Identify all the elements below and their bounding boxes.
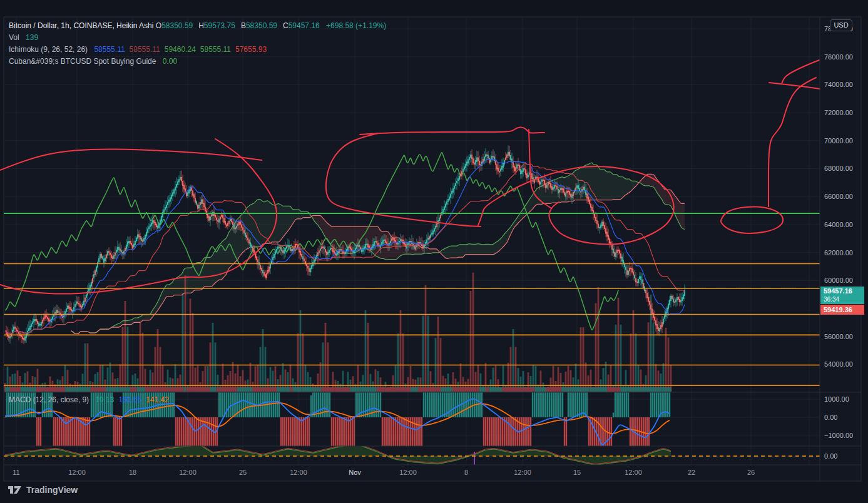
ohlc-value: 59573.75 [204, 21, 235, 30]
currency-toggle-button[interactable]: USD [830, 19, 852, 31]
volume-label: Vol [9, 33, 19, 42]
macd-tick: 1000.00 [824, 395, 849, 403]
price-tick: 60000.00 [824, 277, 853, 284]
ichimoku-value: 57655.93 [235, 45, 267, 54]
time-tick: 12:00 [290, 469, 307, 476]
time-tick: 12:00 [68, 469, 86, 476]
price-tick: 66000.00 [824, 193, 853, 200]
time-tick: 11 [13, 469, 19, 476]
time-tick: 8 [464, 469, 468, 476]
time-tick: 26 [747, 469, 755, 476]
cuban-value: 0.00 [163, 57, 177, 66]
ohlc-value: 59457.16 [288, 21, 320, 30]
ohlc-letter: B [241, 21, 246, 30]
price-tick: 76000.00 [824, 53, 853, 61]
tradingview-logo-text: TradingView [26, 485, 78, 495]
tradingview-logo[interactable]: TradingView [8, 485, 78, 495]
price-tick: 54000.00 [824, 360, 853, 368]
price-tick: 74000.00 [824, 81, 853, 88]
ichimoku-value: 58555.11 [130, 45, 160, 54]
price-tick: 70000.00 [824, 137, 853, 145]
time-tick: Nov [349, 469, 361, 476]
ohlc-letter: C [283, 21, 288, 30]
macd-values: 19.13160.55141.42 [91, 395, 168, 404]
time-tick: 12:00 [514, 469, 531, 476]
symbol-legend-row[interactable]: Bitcoin / Dollar, 1h, COINBASE, Heikin A… [9, 20, 386, 32]
volume-value: 139 [26, 33, 38, 42]
time-tick: 18 [129, 469, 136, 476]
macd-legend-row[interactable]: MACD (12, 26, close, 9) 19.13160.55141.4… [9, 395, 169, 404]
time-tick: 12:00 [179, 469, 197, 476]
guide-tick: 0.00 [824, 452, 837, 460]
secondary-price-badge: 59419.36 [820, 305, 864, 315]
time-tick: 12:00 [625, 469, 642, 476]
macd-tick: −1000.00 [824, 432, 853, 439]
ohlc-letter: O [156, 21, 161, 30]
price-tick: 68000.00 [824, 165, 853, 172]
price-tick: 64000.00 [824, 221, 853, 228]
ohlc-values: O58350.59H59573.75B58350.59C59457.16 [156, 21, 320, 30]
cuban-legend-row[interactable]: Cuban&#039;s BTCUSD Spot Buying Guide 0.… [9, 56, 386, 68]
ichimoku-values: 58555.1158555.1159460.2458555.1157655.93 [89, 45, 267, 54]
bar-countdown: 36:34 [824, 296, 864, 303]
symbol-title: Bitcoin / Dollar, 1h, COINBASE, Heikin A… [9, 21, 153, 30]
published-chart-page: Parisbynight published on TradingView.co… [0, 0, 868, 503]
ohlc-value: 58350.59 [161, 21, 193, 30]
price-tick: 56000.00 [824, 333, 853, 340]
price-tick: 62000.00 [824, 249, 853, 257]
volume-legend-row[interactable]: Vol 139 [9, 32, 386, 44]
ohlc-value: 58350.59 [246, 21, 277, 30]
ichimoku-legend-row[interactable]: Ichimoku (9, 26, 52, 26) 58555.1158555.1… [9, 44, 386, 56]
macd-value: 19.13 [95, 395, 114, 404]
ichimoku-value: 58555.11 [200, 45, 231, 54]
change-value: +698.58 (+1.19%) [326, 21, 386, 30]
cuban-label: Cuban&#039;s BTCUSD Spot Buying Guide [9, 57, 156, 66]
time-tick: 22 [688, 469, 695, 476]
main-legend[interactable]: Bitcoin / Dollar, 1h, COINBASE, Heikin A… [9, 20, 386, 68]
macd-value: 160.55 [118, 395, 141, 404]
tradingview-logo-icon [8, 485, 22, 494]
chart-canvas[interactable] [0, 0, 868, 503]
time-tick: 15 [573, 469, 581, 476]
ichimoku-value: 58555.11 [94, 45, 125, 54]
price-tick: 72000.00 [824, 109, 853, 116]
current-price-badge: 59457.16 36:34 [820, 287, 864, 304]
time-tick: 12:00 [399, 469, 417, 476]
cuban-guide-strip [5, 387, 671, 392]
current-price-value: 59457.16 [824, 287, 864, 296]
ichimoku-value: 59460.24 [165, 45, 196, 54]
time-tick: 25 [239, 469, 247, 476]
macd-value: 141.42 [146, 395, 169, 404]
ohlc-letter: H [198, 21, 204, 30]
ichimoku-label: Ichimoku (9, 26, 52, 26) [9, 45, 88, 54]
macd-label: MACD (12, 26, close, 9) [9, 395, 89, 404]
macd-tick: 0.00 [824, 414, 837, 421]
